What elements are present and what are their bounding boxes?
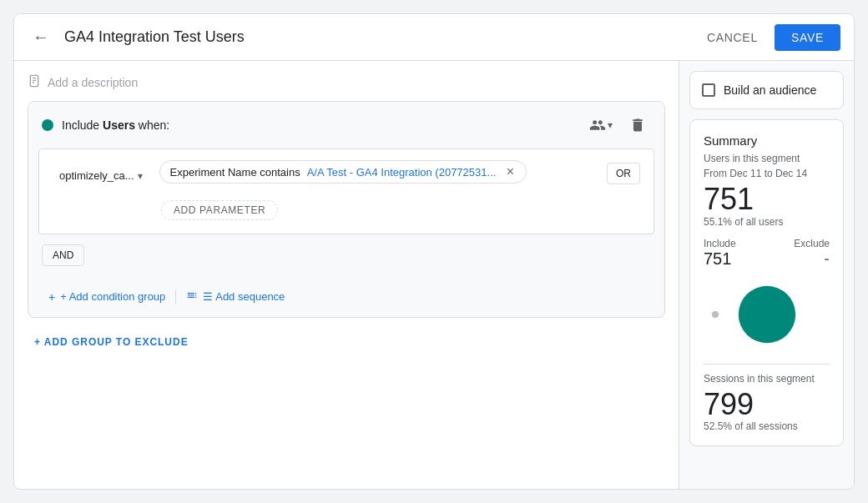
exclude-group: + ADD GROUP TO EXCLUDE [28,331,665,353]
audience-checkbox[interactable] [702,83,715,97]
header-left: ← GA4 Integration Test Users [28,24,245,51]
sessions-count: 799 [704,388,830,421]
segment-label: Include Users when: [62,118,169,132]
exclude-label: Exclude [794,238,830,249]
condition-links: + + Add condition group ☰ Add sequence [28,276,664,317]
audience-label: Build an audience [724,83,816,97]
svg-point-4 [738,285,795,342]
people-icon-button[interactable]: ▾ [584,113,618,137]
header: ← GA4 Integration Test Users CANCEL SAVE [14,14,854,61]
save-button[interactable]: SAVE [775,24,840,51]
divider [175,289,176,304]
cancel-button[interactable]: CANCEL [697,24,768,51]
chip-prefix: Experiment Name contains [170,166,300,179]
segment-header-left: Include Users when: [42,118,169,132]
sequence-icon [186,289,198,304]
description-icon [28,74,41,91]
chevron-down-icon: ▾ [608,119,613,131]
main-container: ← GA4 Integration Test Users CANCEL SAVE [13,13,855,490]
segment-block: Include Users when: ▾ [28,101,665,318]
date-range: From Dec 11 to Dec 14 [704,168,830,179]
users-count: 751 [704,183,830,216]
filter-chip[interactable]: Experiment Name contains A/A Test - GA4 … [159,160,527,184]
page-title: GA4 Integration Test Users [64,28,245,46]
sessions-pct: 52.5% of all sessions [704,420,830,432]
filter-source-label: optimizely_ca... [59,169,134,182]
description-placeholder: Add a description [48,76,138,89]
delete-button[interactable] [624,112,651,138]
segment-body: optimizely_ca... ▾ Experiment Name conta… [38,148,654,234]
donut-svg [729,277,805,352]
exclude-value: - [794,249,830,269]
right-panel: Build an audience Summary Users in this … [679,61,854,489]
chip-close-button[interactable]: × [502,164,517,179]
add-parameter-button[interactable]: ADD PARAMETER [161,200,278,220]
donut-chart [704,277,830,352]
back-button[interactable]: ← [28,24,54,51]
users-pct: 55.1% of all users [704,216,830,228]
and-button[interactable]: AND [42,244,84,266]
left-panel: Add a description Include Users when: [14,61,679,489]
header-actions: CANCEL SAVE [697,24,840,51]
include-value: 751 [704,249,736,269]
segment-header: Include Users when: ▾ [28,102,664,148]
and-button-row: AND [28,244,664,276]
include-label: Include [704,238,736,249]
add-exclude-button[interactable]: + ADD GROUP TO EXCLUDE [28,331,195,353]
filter-source-dropdown[interactable]: optimizely_ca... ▾ [53,164,149,187]
description-bar[interactable]: Add a description [28,74,665,91]
add-condition-group-button[interactable]: + + Add condition group [42,285,172,309]
add-sequence-button[interactable]: ☰ Add sequence [179,284,291,309]
summary-divider [704,364,830,365]
body: Add a description Include Users when: [14,61,854,489]
filter-row: optimizely_ca... ▾ Experiment Name conta… [53,159,640,187]
users-subtitle: Users in this segment [704,153,830,164]
audience-card[interactable]: Build an audience [689,71,844,109]
chip-highlight: A/A Test - GA4 Integration (20772531... [307,166,497,179]
summary-title: Summary [704,133,830,148]
exclude-section: Exclude - [794,238,830,269]
summary-card: Summary Users in this segment From Dec 1… [689,119,844,446]
include-exclude-row: Include 751 Exclude - [704,238,830,269]
filter-tags: Experiment Name contains A/A Test - GA4 … [159,159,640,184]
plus-icon: + [48,290,55,304]
green-dot-indicator [42,119,53,131]
segment-header-right: ▾ [584,112,651,138]
add-parameter-row: ADD PARAMETER [53,197,640,220]
sessions-label: Sessions in this segment [704,373,830,385]
include-section: Include 751 [704,238,736,269]
chevron-down-icon: ▾ [138,170,143,182]
or-button[interactable]: OR [607,163,640,184]
